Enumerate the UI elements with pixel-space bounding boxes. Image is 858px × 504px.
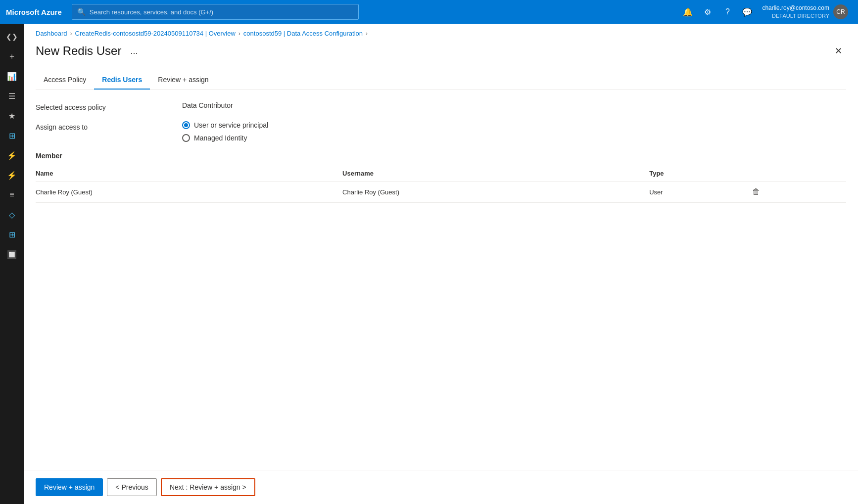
breadcrumb-data-access[interactable]: contosostd59 | Data Access Configuration (243, 30, 363, 37)
table-row: Charlie Roy (Guest) Charlie Roy (Guest) … (36, 182, 846, 203)
help-button[interactable]: ? (718, 3, 736, 21)
more-options-button[interactable]: ... (127, 45, 141, 57)
top-nav: Microsoft Azure 🔍 🔔 ⚙ ? 💬 charlie.roy@co… (0, 0, 858, 24)
sidebar-lightning-icon[interactable]: ⚡ (3, 146, 21, 164)
cell-username: Charlie Roy (Guest) (342, 182, 649, 203)
user-info[interactable]: charlie.roy@contoso.com DEFAULT DIRECTOR… (758, 2, 852, 21)
next-button[interactable]: Next : Review + assign > (161, 478, 255, 496)
sidebar-add-icon[interactable]: ＋ (3, 47, 21, 65)
review-assign-button[interactable]: Review + assign (36, 478, 103, 496)
breadcrumb-sep-3: › (366, 30, 368, 37)
tab-review-assign[interactable]: Review + assign (150, 71, 216, 90)
page-header: New Redis User ... ✕ (36, 43, 846, 59)
brand-name: Microsoft Azure (6, 8, 62, 16)
sidebar-dashboard-icon[interactable]: 📊 (3, 67, 21, 85)
table-header-row: Name Username Type (36, 166, 846, 182)
selected-policy-row: Selected access policy Data Contributor (36, 101, 846, 111)
member-section: Member Name Username Type Charlie Roy (G… (36, 152, 846, 203)
col-actions (749, 166, 846, 182)
bottom-bar: Review + assign < Previous Next : Review… (24, 470, 858, 504)
sidebar-box-icon[interactable]: 🔲 (3, 245, 21, 263)
sidebar-list-icon[interactable]: ☰ (3, 87, 21, 105)
sidebar-lines-icon[interactable]: ≡ (3, 186, 21, 204)
selected-policy-label: Selected access policy (36, 101, 174, 111)
radio-user-label: User or service principal (194, 121, 268, 129)
notifications-button[interactable]: 🔔 (679, 3, 697, 21)
radio-group-assign-access: User or service principal Managed Identi… (182, 121, 268, 142)
settings-button[interactable]: ⚙ (699, 3, 716, 21)
page-content-area: New Redis User ... ✕ Access Policy Redis… (24, 43, 858, 504)
page-title: New Redis User (36, 44, 121, 58)
nav-icons: 🔔 ⚙ ? 💬 charlie.roy@contoso.com DEFAULT … (679, 2, 852, 21)
radio-circle-unchecked (182, 134, 190, 142)
member-table: Name Username Type Charlie Roy (Guest) C… (36, 166, 846, 203)
delete-row-button[interactable]: 🗑 (749, 186, 763, 197)
tab-access-policy[interactable]: Access Policy (36, 71, 94, 90)
sidebar-grid-icon[interactable]: ⊞ (3, 127, 21, 144)
cell-name: Charlie Roy (Guest) (36, 182, 342, 203)
feedback-button[interactable]: 💬 (738, 3, 756, 21)
page-title-row: New Redis User ... (36, 44, 141, 58)
breadcrumb-create-redis[interactable]: CreateRedis-contosostd59-20240509110734 … (75, 30, 236, 37)
cell-type: User (649, 182, 749, 203)
breadcrumb-sep-2: › (238, 30, 240, 37)
close-button[interactable]: ✕ (830, 43, 846, 59)
col-username: Username (342, 166, 649, 182)
breadcrumb-dashboard[interactable]: Dashboard (36, 30, 67, 37)
tab-redis-users[interactable]: Redis Users (94, 71, 150, 90)
radio-circle-checked (182, 121, 190, 129)
search-bar[interactable]: 🔍 (72, 4, 359, 20)
radio-user-service-principal[interactable]: User or service principal (182, 121, 268, 129)
col-type: Type (649, 166, 749, 182)
selected-policy-value: Data Contributor (182, 101, 233, 109)
tabs: Access Policy Redis Users Review + assig… (36, 71, 846, 90)
col-name: Name (36, 166, 342, 182)
search-input[interactable] (90, 8, 353, 16)
user-directory: DEFAULT DIRECTORY (762, 12, 829, 19)
assign-access-label: Assign access to (36, 121, 174, 131)
radio-managed-identity[interactable]: Managed Identity (182, 134, 268, 142)
user-text: charlie.roy@contoso.com DEFAULT DIRECTOR… (762, 4, 829, 19)
member-heading: Member (36, 152, 846, 160)
sidebar-diamond-icon[interactable]: ◇ (3, 206, 21, 224)
breadcrumb-sep-1: › (70, 30, 72, 37)
user-email: charlie.roy@contoso.com (762, 4, 829, 12)
search-icon: 🔍 (77, 8, 86, 16)
sidebar-favorites-icon[interactable]: ★ (3, 107, 21, 125)
sidebar-apps-icon[interactable]: ⊞ (3, 226, 21, 243)
sidebar-collapse-button[interactable]: ❮❯ (3, 28, 21, 46)
breadcrumb: Dashboard › CreateRedis-contosostd59-202… (24, 24, 858, 43)
sidebar-lightning2-icon[interactable]: ⚡ (3, 166, 21, 184)
avatar: CR (833, 4, 848, 19)
main-content: Dashboard › CreateRedis-contosostd59-202… (24, 24, 858, 504)
sidebar: ❮❯ ＋ 📊 ☰ ★ ⊞ ⚡ ⚡ ≡ ◇ ⊞ 🔲 (0, 24, 24, 504)
assign-access-row: Assign access to User or service princip… (36, 121, 846, 142)
radio-managed-label: Managed Identity (194, 134, 247, 142)
cell-delete: 🗑 (749, 182, 846, 203)
previous-button[interactable]: < Previous (107, 478, 157, 496)
